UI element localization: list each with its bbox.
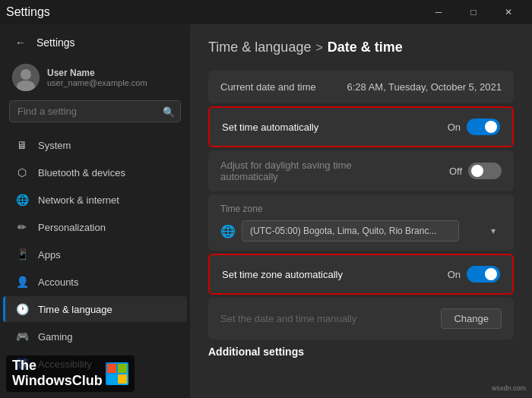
avatar — [12, 64, 40, 91]
manual-row: Set the date and time manually Change — [208, 298, 514, 340]
maximize-button[interactable]: □ — [456, 0, 491, 24]
watermark-logo — [106, 362, 128, 385]
set-timezone-auto-row: Set time zone automatically On — [208, 254, 514, 295]
main-content: Time & language > Date & time Current da… — [190, 24, 532, 398]
titlebar-left: Settings — [6, 5, 50, 19]
app-body: ← Settings User Name user_name@example.c… — [0, 24, 532, 398]
nav-gaming[interactable]: 🎮 Gaming — [3, 324, 187, 349]
daylight-thumb — [471, 165, 483, 177]
breadcrumb-parent: Time & language — [208, 39, 311, 55]
accounts-icon: 👤 — [15, 275, 29, 289]
set-timezone-auto-group: On — [448, 266, 500, 283]
nav-accounts[interactable]: 👤 Accounts — [3, 269, 187, 295]
set-timezone-auto-toggle[interactable] — [467, 266, 500, 283]
timezone-label: Time zone — [220, 204, 502, 214]
timezone-select-wrapper: (UTC-05:00) Bogota, Lima, Quito, Rio Bra… — [242, 220, 502, 242]
nav-system[interactable]: 🖥 System — [3, 132, 187, 158]
svg-rect-4 — [118, 364, 127, 373]
watermark: The WindowsClub — [6, 355, 135, 392]
time-icon: 🕐 — [15, 302, 29, 316]
sidebar: ← Settings User Name user_name@example.c… — [0, 24, 190, 398]
timezone-section: Time zone 🌐 (UTC-05:00) Bogota, Lima, Qu… — [208, 194, 514, 251]
breadcrumb-separator: > — [315, 41, 322, 55]
minimize-button[interactable]: ─ — [421, 0, 456, 24]
set-time-auto-state: On — [448, 122, 461, 133]
nav-bluetooth[interactable]: ⬡ Bluetooth & devices — [3, 160, 187, 185]
timezone-toggle-thumb — [485, 268, 497, 280]
manual-label: Set the date and time manually — [220, 313, 356, 324]
user-name: User Name — [47, 68, 147, 78]
watermark-url: wsxdn.com — [492, 384, 526, 392]
set-timezone-auto-label: Set time zone automatically — [222, 269, 343, 280]
nav-time-label: Time & language — [38, 304, 112, 315]
additional-settings-label: Additional settings — [208, 346, 514, 358]
set-time-auto-row: Set time automatically On — [208, 106, 514, 147]
gaming-icon: 🎮 — [15, 330, 29, 343]
svg-rect-6 — [118, 374, 127, 384]
sidebar-header: ← Settings — [0, 24, 190, 58]
titlebar-controls: ─ □ ✕ — [421, 0, 526, 24]
set-time-auto-group: On — [448, 118, 500, 135]
current-datetime-row: Current date and time 6:28 AM, Tuesday, … — [208, 71, 514, 103]
watermark-line1: The — [12, 359, 103, 374]
personalization-icon: ✏ — [15, 220, 29, 234]
breadcrumb-current: Date & time — [328, 39, 403, 55]
set-timezone-auto-state: On — [448, 269, 461, 280]
daylight-state: Off — [449, 166, 462, 177]
svg-rect-5 — [107, 374, 116, 384]
nav-apps-label: Apps — [38, 249, 61, 261]
apps-icon: 📱 — [15, 248, 29, 261]
watermark-line2: WindowsClub — [12, 374, 103, 389]
timezone-globe-icon: 🌐 — [220, 224, 236, 238]
daylight-label: Adjust for daylight saving timeautomatic… — [220, 160, 352, 182]
current-date-value: 6:28 AM, Tuesday, October 5, 2021 — [347, 81, 502, 93]
nav-system-label: System — [38, 140, 71, 151]
nav-bluetooth-label: Bluetooth & devices — [38, 167, 125, 178]
user-section: User Name user_name@example.com — [0, 58, 190, 100]
titlebar-title: Settings — [6, 5, 50, 19]
daylight-group: Off — [449, 163, 502, 179]
nav-personalization-label: Personalization — [38, 222, 106, 233]
search-box: 🔍 — [9, 100, 181, 122]
nav-time[interactable]: 🕐 Time & language — [3, 296, 187, 322]
bluetooth-icon: ⬡ — [15, 166, 29, 179]
network-icon: 🌐 — [15, 193, 29, 207]
daylight-toggle[interactable] — [468, 163, 502, 179]
svg-rect-3 — [107, 364, 116, 373]
nav-gaming-label: Gaming — [38, 331, 73, 343]
daylight-row: Adjust for daylight saving timeautomatic… — [208, 150, 514, 191]
sidebar-app-title: Settings — [36, 36, 75, 49]
svg-point-1 — [21, 69, 31, 80]
set-time-auto-toggle[interactable] — [467, 118, 500, 135]
timezone-label-text: Time zone — [220, 204, 263, 214]
titlebar: Settings ─ □ ✕ — [0, 0, 532, 24]
breadcrumb: Time & language > Date & time — [208, 39, 514, 55]
timezone-select-row: 🌐 (UTC-05:00) Bogota, Lima, Quito, Rio B… — [220, 220, 502, 242]
user-email: user_name@example.com — [47, 78, 147, 87]
nav-personalization[interactable]: ✏ Personalization — [3, 214, 187, 240]
user-info: User Name user_name@example.com — [47, 68, 147, 87]
toggle-thumb — [485, 121, 497, 133]
search-icon: 🔍 — [163, 106, 175, 117]
nav-accounts-label: Accounts — [38, 276, 78, 288]
change-button[interactable]: Change — [441, 308, 502, 329]
close-button[interactable]: ✕ — [491, 0, 526, 24]
system-icon: 🖥 — [15, 138, 29, 152]
search-input[interactable] — [9, 100, 181, 122]
timezone-dropdown[interactable]: (UTC-05:00) Bogota, Lima, Quito, Rio Bra… — [242, 220, 459, 242]
back-button[interactable]: ← — [12, 33, 29, 52]
nav-network-label: Network & internet — [38, 194, 119, 206]
nav-network[interactable]: 🌐 Network & internet — [3, 187, 187, 213]
current-date-label: Current date and time — [220, 81, 316, 93]
set-time-auto-label: Set time automatically — [222, 122, 318, 133]
nav-apps[interactable]: 📱 Apps — [3, 242, 187, 267]
